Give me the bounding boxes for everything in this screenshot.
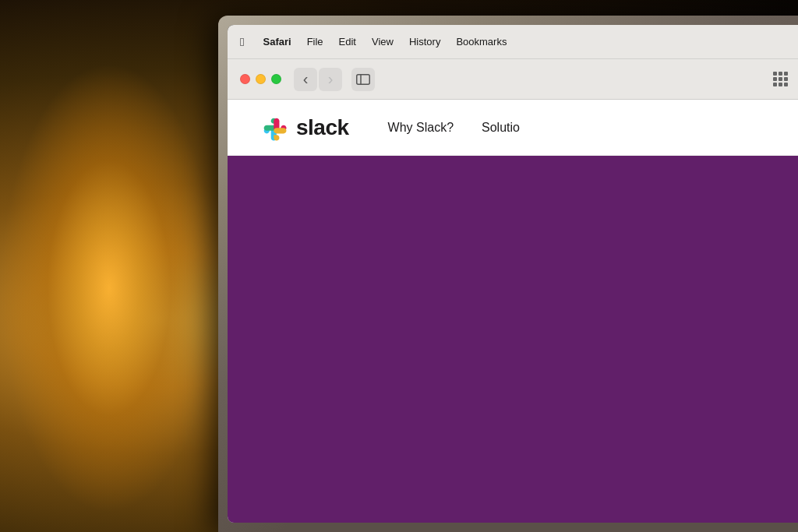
nav-link-why-slack[interactable]: Why Slack? xyxy=(388,121,454,135)
menu-item-edit[interactable]: Edit xyxy=(339,36,356,48)
extensions-button[interactable] xyxy=(768,68,792,91)
laptop-frame:  Safari File Edit View History Bookmark… xyxy=(218,16,798,532)
minimize-button[interactable] xyxy=(256,74,266,84)
slack-logo-icon xyxy=(259,113,288,143)
background-light xyxy=(0,62,218,514)
sidebar-toggle-button[interactable] xyxy=(351,68,375,91)
browser-content: slack Why Slack? Solutio xyxy=(228,100,798,523)
close-button[interactable] xyxy=(240,74,250,84)
apple-icon[interactable]:  xyxy=(240,35,244,48)
nav-link-solutions[interactable]: Solutio xyxy=(482,121,520,135)
menu-item-view[interactable]: View xyxy=(372,36,394,48)
scene:  Safari File Edit View History Bookmark… xyxy=(0,0,798,532)
back-button[interactable] xyxy=(294,68,317,91)
slack-logo[interactable]: slack xyxy=(259,113,349,143)
traffic-lights xyxy=(240,74,281,84)
slack-hero-section xyxy=(228,156,798,523)
slack-navbar: slack Why Slack? Solutio xyxy=(228,100,798,156)
forward-icon xyxy=(328,70,334,88)
safari-toolbar xyxy=(228,59,798,100)
svg-rect-0 xyxy=(357,74,370,84)
menubar:  Safari File Edit View History Bookmark… xyxy=(228,25,798,59)
menu-item-history[interactable]: History xyxy=(409,36,440,48)
slack-nav-links: Why Slack? Solutio xyxy=(388,121,520,135)
slack-wordmark: slack xyxy=(296,115,349,140)
menu-item-bookmarks[interactable]: Bookmarks xyxy=(456,36,507,48)
screen-bezel:  Safari File Edit View History Bookmark… xyxy=(228,25,798,523)
menu-item-file[interactable]: File xyxy=(307,36,323,48)
nav-buttons xyxy=(294,68,342,91)
back-icon xyxy=(303,70,309,88)
grid-icon xyxy=(773,72,788,86)
sidebar-icon xyxy=(356,74,370,85)
menu-item-safari[interactable]: Safari xyxy=(263,36,291,48)
forward-button[interactable] xyxy=(319,68,342,91)
fullscreen-button[interactable] xyxy=(271,74,281,84)
